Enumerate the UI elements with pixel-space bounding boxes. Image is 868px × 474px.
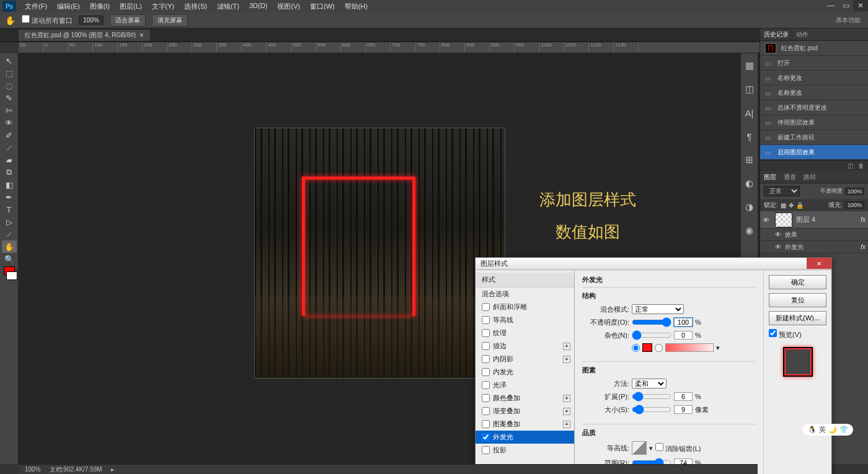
tab-layers[interactable]: 图层 [764, 173, 776, 182]
maximize-button[interactable]: ▭ [838, 0, 853, 11]
opacity-input[interactable] [674, 318, 693, 327]
style-list-item[interactable]: 等高线 [476, 314, 574, 327]
menu-item[interactable]: 3D(D) [244, 2, 272, 11]
scroll-all-checkbox[interactable]: 滚动所有窗口 [22, 15, 73, 25]
opacity-value[interactable]: 100% [845, 188, 864, 195]
style-list-item[interactable]: 颜色叠加+ [476, 392, 574, 405]
history-item[interactable]: ▭停用图层效果 [760, 115, 868, 130]
tab-channels[interactable]: 通道 [784, 173, 796, 182]
character-icon[interactable]: A| [743, 107, 756, 119]
history-item[interactable]: ▭名称更改 [760, 71, 868, 86]
style-list-item[interactable]: 描边+ [476, 340, 574, 353]
tool-button[interactable]: 3✎ [2, 92, 17, 104]
menu-item[interactable]: 图像(I) [85, 2, 115, 11]
contour-dropdown-icon[interactable]: ▾ [649, 444, 653, 452]
close-button[interactable]: ✕ [853, 0, 868, 11]
lock-position-icon[interactable]: ✥ [789, 202, 794, 209]
status-arrow-icon[interactable]: ▸ [111, 466, 114, 473]
style-list-item[interactable]: 外发光 [476, 431, 574, 444]
dialog-title-bar[interactable]: 图层样式 ✕ [476, 258, 831, 270]
history-item[interactable]: ▭名称更改 [760, 86, 868, 100]
tool-button[interactable]: 9⧉ [2, 166, 17, 178]
blend-mode-select[interactable]: 正常 [764, 186, 800, 196]
style-list-item[interactable]: 图案叠加+ [476, 418, 574, 431]
doc-info-status[interactable]: 文档:902.4K/7.59M [50, 465, 102, 474]
style-list-item[interactable]: 内阴影+ [476, 353, 574, 366]
menu-item[interactable]: 编辑(E) [52, 2, 85, 11]
tool-button[interactable]: 1⬚ [2, 67, 17, 79]
paragraph-icon[interactable]: ¶ [743, 130, 756, 143]
history-item[interactable]: ▭启用图层效果 [760, 145, 868, 160]
size-input[interactable] [674, 405, 693, 414]
menu-item[interactable]: 滤镜(T) [212, 2, 244, 11]
trash-icon[interactable]: 🗑 [858, 162, 864, 169]
fill-screen-button[interactable]: 填充屏幕 [152, 14, 188, 27]
visibility-icon[interactable]: 👁 [775, 244, 781, 250]
gradient-radio[interactable] [655, 344, 663, 352]
lock-all-icon[interactable]: 🔒 [796, 202, 804, 209]
style-list-item[interactable]: 内发光 [476, 366, 574, 379]
menu-item[interactable]: 文件(F) [20, 2, 52, 11]
histogram-icon[interactable]: ▦ [743, 59, 756, 72]
blend-mode-select[interactable]: 正常 [632, 304, 684, 314]
fx-badge[interactable]: fx [861, 216, 866, 223]
glow-color-swatch[interactable] [642, 343, 652, 352]
history-doc-row[interactable]: 红色霓虹.psd [760, 41, 868, 56]
color-icon[interactable]: ◐ [743, 177, 756, 190]
tab-paths[interactable]: 路径 [804, 173, 816, 182]
style-list-item[interactable]: 纹理 [476, 327, 574, 340]
size-slider[interactable] [632, 405, 671, 415]
preview-checkbox[interactable]: 预览(V) [769, 329, 826, 340]
lock-pixels-icon[interactable]: ▦ [781, 202, 786, 209]
style-list-item[interactable]: 斜面和浮雕 [476, 301, 574, 314]
document-tab[interactable]: 红色霓虹.psd @ 100% (图层 4, RGB/8#) × [19, 30, 150, 41]
layer-outer-glow-row[interactable]: 👁 外发光 fx [760, 241, 868, 253]
tab-close-icon[interactable]: × [140, 31, 144, 40]
menu-item[interactable]: 选择(S) [179, 2, 212, 11]
noise-input[interactable] [674, 331, 693, 340]
new-style-button[interactable]: 新建样式(W)... [769, 311, 826, 325]
adjustments-icon[interactable]: ◑ [743, 201, 756, 213]
tool-button[interactable]: 4✄ [2, 104, 17, 116]
menu-item[interactable]: 视图(V) [272, 2, 305, 11]
tool-button[interactable]: 11✒ [2, 191, 17, 203]
fit-screen-button[interactable]: 适合屏幕 [110, 14, 146, 27]
tool-button[interactable]: 7⟋ [2, 141, 17, 154]
tool-button[interactable]: 2◌ [2, 79, 17, 92]
tool-button[interactable]: 8▰ [2, 154, 17, 166]
background-color[interactable] [6, 271, 17, 280]
solid-color-radio[interactable] [632, 344, 640, 352]
zoom-status[interactable]: 100% [25, 466, 41, 473]
layer-effects-row[interactable]: 👁 效果 [760, 229, 868, 241]
workspace-label[interactable]: 基本功能 [836, 16, 861, 25]
menu-item[interactable]: 文字(Y) [147, 2, 180, 11]
spread-input[interactable] [674, 392, 693, 401]
noise-slider[interactable] [632, 330, 671, 340]
tool-button[interactable]: 15✋ [2, 240, 17, 253]
opacity-slider[interactable] [632, 317, 671, 327]
layer-row[interactable]: 👁 图层 4 fx [760, 211, 868, 229]
fill-value[interactable]: 100% [845, 201, 864, 209]
dialog-close-button[interactable]: ✕ [807, 258, 831, 269]
tool-button[interactable]: 10◧ [2, 178, 17, 191]
hand-tool-icon[interactable]: ✋ [5, 15, 16, 25]
style-list-item[interactable]: 光泽 [476, 379, 574, 392]
history-item[interactable]: ▭总体不透明度更改 [760, 100, 868, 115]
glow-gradient-swatch[interactable] [665, 343, 714, 352]
menu-item[interactable]: 图层(L) [115, 2, 146, 11]
styles-header[interactable]: 样式 [476, 273, 574, 287]
tool-button[interactable]: 13▷ [2, 216, 17, 228]
ime-widget[interactable]: 🐧 英 🌙 👕 [803, 424, 853, 436]
new-snapshot-icon[interactable]: ◫ [848, 162, 853, 169]
ok-button[interactable]: 确定 [769, 275, 826, 289]
minimize-button[interactable]: — [823, 0, 838, 11]
styles-icon[interactable]: ◉ [743, 224, 756, 237]
tab-actions[interactable]: 动作 [796, 30, 808, 39]
menu-item[interactable]: 帮助(H) [340, 2, 373, 11]
style-list-item[interactable]: 渐变叠加+ [476, 405, 574, 418]
zoom-field[interactable]: 100% [79, 15, 104, 25]
tab-history[interactable]: 历史记录 [764, 30, 789, 39]
tool-button[interactable]: 5👁 [2, 116, 17, 129]
tool-button[interactable]: 14⟋ [2, 228, 17, 240]
tool-button[interactable]: 0↖ [2, 55, 17, 67]
